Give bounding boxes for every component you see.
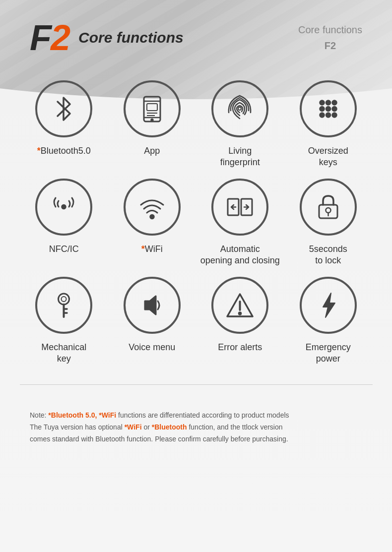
icons-row-1: *Bluetooth5.0 <box>20 80 372 169</box>
svg-point-15 <box>326 113 330 118</box>
svg-marker-31 <box>145 296 156 314</box>
auto-open-label: Automaticopening and closing <box>200 244 280 267</box>
svg-point-7 <box>238 107 241 110</box>
icon-item-error-alerts: Error alerts <box>198 277 282 353</box>
icon-item-voice-menu: Voice menu <box>110 277 194 353</box>
voice-menu-label: Voice menu <box>129 342 175 353</box>
divider <box>20 384 373 385</box>
error-alerts-label: Error alerts <box>218 342 262 353</box>
svg-point-24 <box>326 208 330 213</box>
bluetooth-label: *Bluetooth5.0 <box>37 145 91 157</box>
logo-2: 2 <box>51 18 69 58</box>
fingerprint-label: Livingfingerprint <box>220 145 260 169</box>
oversized-keys-label: Oversizedkeys <box>308 145 348 169</box>
icons-row-2: NFC/IC *WiFi <box>20 179 372 267</box>
app-label: App <box>144 145 160 157</box>
lock-timer-label: 5secondsto lock <box>309 244 347 267</box>
nfc-circle <box>35 179 92 236</box>
voice-menu-circle <box>124 277 181 334</box>
logo-f: F <box>30 18 51 58</box>
app-circle <box>124 80 181 137</box>
svg-marker-35 <box>323 293 335 317</box>
note-text: Note: *Bluetooth 5.0, *WiFi functions ar… <box>30 410 362 445</box>
icon-item-auto-open: Automaticopening and closing <box>198 179 282 267</box>
note-orange-1: *Bluetooth 5.0, <box>48 411 97 419</box>
icon-item-emergency-power: Emergencypower <box>286 277 370 365</box>
page: F2 Core functions Core functions F2 *Blu… <box>0 0 392 552</box>
emergency-power-circle <box>300 277 357 334</box>
svg-rect-4 <box>147 104 157 111</box>
svg-point-34 <box>239 312 241 314</box>
icon-item-nfc: NFC/IC <box>22 179 106 255</box>
icon-item-oversized-keys: Oversizedkeys <box>286 80 370 169</box>
fingerprint-icon <box>224 93 256 125</box>
svg-point-3 <box>151 119 153 121</box>
header-right-line2: F2 <box>298 38 362 54</box>
logo-title: Core functions <box>78 29 184 46</box>
svg-point-13 <box>332 107 336 111</box>
icon-item-lock-timer: 5secondsto lock <box>286 179 370 267</box>
bluetooth-icon <box>48 93 80 125</box>
header-right-line1: Core functions <box>298 22 362 38</box>
note-section: Note: *Bluetooth 5.0, *WiFi functions ar… <box>0 395 392 460</box>
svg-point-14 <box>320 113 324 118</box>
bluetooth-circle <box>35 80 92 137</box>
logo-f2: F2 <box>30 20 69 56</box>
mechanical-key-circle <box>35 277 92 334</box>
svg-point-11 <box>320 107 324 111</box>
error-alerts-icon <box>224 289 256 321</box>
mechanical-key-label: Mechanicalkey <box>41 342 86 365</box>
note-orange-3: *WiFi <box>125 423 142 431</box>
nfc-label: NFC/IC <box>49 244 79 255</box>
lock-timer-icon <box>312 191 344 223</box>
svg-point-27 <box>62 297 66 302</box>
auto-open-icon <box>224 191 256 223</box>
header: F2 Core functions Core functions F2 <box>0 0 392 65</box>
icon-item-mechanical-key: Mechanicalkey <box>22 277 106 365</box>
mechanical-key-icon <box>48 289 80 321</box>
fingerprint-circle <box>211 80 268 137</box>
app-icon <box>136 93 168 125</box>
note-orange-4: *Bluetooth <box>152 423 187 431</box>
wifi-label: *WiFi <box>141 244 163 255</box>
svg-point-18 <box>150 215 154 219</box>
icons-section: *Bluetooth5.0 <box>0 65 392 384</box>
oversized-keys-circle <box>300 80 357 137</box>
voice-menu-icon <box>136 289 168 321</box>
auto-open-circle <box>211 179 268 236</box>
header-right: Core functions F2 <box>298 22 362 54</box>
svg-point-9 <box>326 101 330 105</box>
nfc-icon <box>48 191 80 223</box>
note-orange-2: *WiFi <box>99 411 116 419</box>
icons-row-3: Mechanicalkey Voice menu <box>20 277 372 365</box>
svg-point-10 <box>332 101 336 105</box>
icon-item-app: App <box>110 80 194 157</box>
svg-point-17 <box>62 205 66 209</box>
icon-item-fingerprint: Livingfingerprint <box>198 80 282 169</box>
logo-area: F2 Core functions <box>30 20 184 56</box>
error-alerts-circle <box>211 277 268 334</box>
svg-point-26 <box>59 294 69 305</box>
svg-point-8 <box>320 101 324 105</box>
emergency-power-icon <box>312 289 344 321</box>
svg-point-12 <box>326 107 330 111</box>
lock-timer-circle <box>300 179 357 236</box>
svg-point-16 <box>332 113 336 118</box>
icon-item-bluetooth: *Bluetooth5.0 <box>22 80 106 157</box>
wifi-icon <box>136 191 168 223</box>
emergency-power-label: Emergencypower <box>306 342 351 365</box>
wifi-circle <box>124 179 181 236</box>
oversized-keys-icon <box>312 93 344 125</box>
icon-item-wifi: *WiFi <box>110 179 194 255</box>
